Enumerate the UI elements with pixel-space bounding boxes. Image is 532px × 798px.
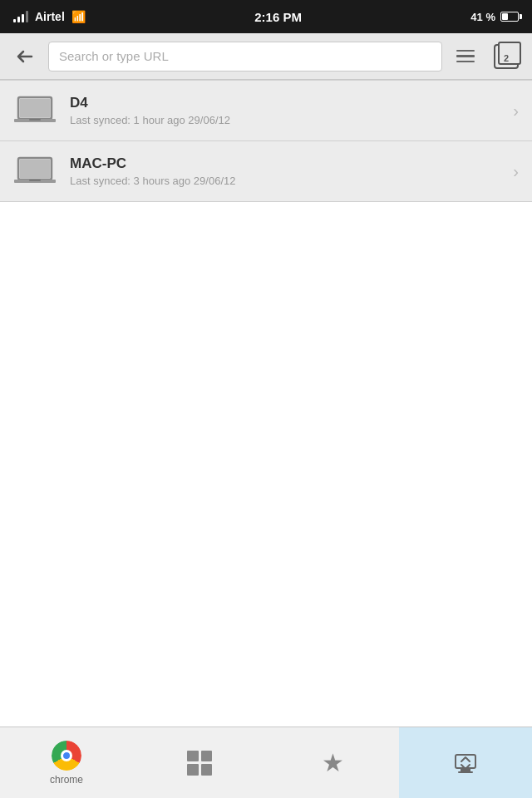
svg-rect-3 <box>29 119 41 121</box>
tab-icon: 2 <box>494 44 519 69</box>
chevron-right-icon: › <box>513 101 519 121</box>
nav-bar: Search or type URL 2 <box>0 33 532 80</box>
device-sync: Last synced: 1 hour ago 29/06/12 <box>70 114 500 126</box>
grid-icon <box>187 751 212 776</box>
device-info: D4 Last synced: 1 hour ago 29/06/12 <box>70 95 500 126</box>
status-time: 2:16 PM <box>254 10 302 24</box>
svg-rect-10 <box>458 771 473 773</box>
svg-rect-7 <box>29 180 41 181</box>
svg-rect-5 <box>20 160 50 178</box>
star-icon: ★ <box>322 751 344 776</box>
device-name: D4 <box>70 95 500 111</box>
hamburger-icon <box>456 50 475 63</box>
content-area <box>0 202 532 777</box>
battery-icon <box>500 12 519 22</box>
bottom-nav-grid[interactable] <box>133 727 266 798</box>
device-item[interactable]: D4 Last synced: 1 hour ago 29/06/12 › <box>0 80 532 141</box>
device-item[interactable]: MAC-PC Last synced: 3 hours ago 29/06/12… <box>0 141 532 202</box>
sync-icon <box>452 750 479 776</box>
wifi-icon: 📶 <box>71 10 86 23</box>
svg-rect-1 <box>20 99 50 117</box>
search-placeholder: Search or type URL <box>59 49 169 63</box>
chevron-right-icon: › <box>513 162 519 181</box>
signal-icon <box>13 11 28 22</box>
back-button[interactable] <box>8 40 42 73</box>
chrome-logo-icon <box>52 741 81 771</box>
device-laptop-icon <box>13 153 57 190</box>
chrome-label: chrome <box>50 774 83 786</box>
status-bar: Airtel 📶 2:16 PM 41 % <box>0 0 532 33</box>
menu-button[interactable] <box>449 40 482 73</box>
tab-count: 2 <box>504 53 509 63</box>
bottom-nav-sync[interactable] <box>399 727 532 798</box>
bottom-nav-chrome[interactable]: chrome <box>0 727 133 798</box>
battery-percent: 41 % <box>470 11 495 23</box>
tabs-button[interactable]: 2 <box>489 40 524 73</box>
bottom-nav: chrome ★ <box>0 727 532 798</box>
search-bar[interactable]: Search or type URL <box>48 42 442 71</box>
device-name: MAC-PC <box>70 155 500 172</box>
status-left: Airtel 📶 <box>13 10 86 23</box>
bottom-nav-bookmarks[interactable]: ★ <box>266 727 399 798</box>
status-right: 41 % <box>470 11 519 23</box>
device-laptop-icon <box>13 92 57 129</box>
device-sync: Last synced: 3 hours ago 29/06/12 <box>70 175 500 187</box>
device-list: D4 Last synced: 1 hour ago 29/06/12 › MA… <box>0 80 532 202</box>
carrier-label: Airtel <box>35 10 65 23</box>
device-info: MAC-PC Last synced: 3 hours ago 29/06/12 <box>70 155 500 187</box>
